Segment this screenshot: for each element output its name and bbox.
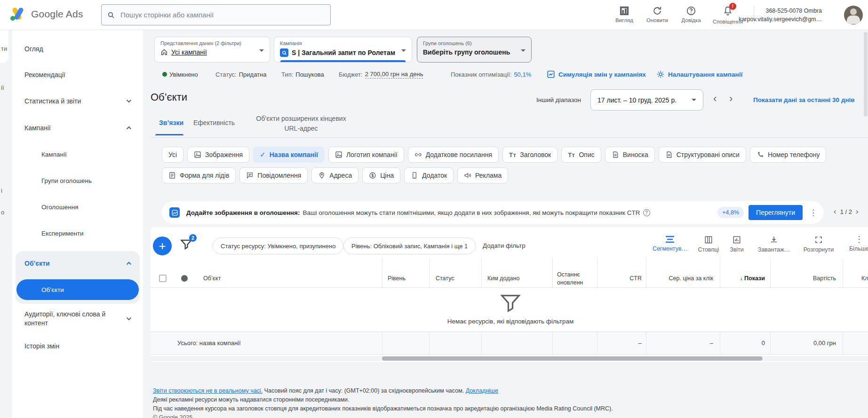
column-header-status[interactable]: Статус	[436, 275, 454, 282]
chip-lead-form[interactable]: Форма для лідів	[162, 167, 236, 183]
avatar[interactable]	[844, 6, 863, 24]
sidebar-item-recommendations[interactable]: Рекомендації	[12, 65, 143, 84]
footer: Звіти створюються не в реальному часі. Ч…	[153, 386, 613, 418]
add-asset-button[interactable]: +	[153, 237, 172, 255]
column-header-impressions[interactable]: ↓ Покази	[720, 275, 765, 282]
more-button[interactable]: ⋮ Більше	[840, 236, 868, 252]
global-search[interactable]	[101, 4, 331, 25]
sidebar-item-insights[interactable]: Статистика й звіти	[12, 92, 143, 110]
column-separator	[382, 332, 382, 354]
chip-description[interactable]: Tт Опис	[561, 147, 601, 163]
sidebar-item-label: Експерименти	[41, 230, 84, 237]
column-header-clicks-clipped[interactable]: Кл	[861, 275, 868, 282]
pagination-next-icon[interactable]: ›	[856, 207, 859, 216]
column-separator	[720, 332, 720, 354]
account-info[interactable]: 368-525-0078 Ombra karpov.vitaliy.sergee…	[739, 7, 822, 24]
chip-business-logo[interactable]: Логотип компанії	[328, 147, 404, 163]
active-scope-underline	[280, 60, 406, 62]
chip-price[interactable]: Ціна	[362, 167, 400, 183]
chip-callout[interactable]: Виноска	[605, 147, 655, 163]
footer-copyright: © Google 2025	[153, 413, 613, 418]
add-filter-button[interactable]: Додати фільтр	[483, 242, 526, 249]
filter-chip-resource-status[interactable]: Статус ресурсу: Увімкнено, призупинено	[213, 237, 343, 254]
chip-phone-number[interactable]: Номер телефону	[750, 147, 827, 163]
pagination-prev-icon[interactable]: ‹	[834, 207, 836, 216]
sidebar-section-campaigns[interactable]: Кампанії	[12, 118, 143, 137]
chip-business-name[interactable]: ✓ Назва компанії	[253, 147, 325, 163]
page-title: Об’єкти	[151, 91, 187, 103]
chip-headline[interactable]: Tт Заголовок	[502, 147, 557, 163]
select-all-checkbox[interactable]	[159, 275, 167, 282]
column-header-last-updated[interactable]: Останнє оновленн	[557, 271, 595, 287]
campaign-enabled-status: Увімкнено	[162, 70, 198, 79]
filter-chip-level[interactable]: Рівень: Обліковий запис, Кампанія і ще 1	[343, 237, 476, 254]
total-label: Усього: назва компанії	[177, 339, 241, 347]
show-last-30-days-link[interactable]: Показати дані за останні 30 днів	[753, 96, 855, 103]
download-button[interactable]: Завантаж…	[755, 236, 793, 253]
banner-view-button[interactable]: Переглянути	[749, 205, 803, 220]
sidebar-item-ad-groups[interactable]: Групи оголошень	[12, 171, 143, 190]
column-header-cost[interactable]: Вартість	[774, 275, 836, 282]
scope-campaign[interactable]: Кампанія S | Загальний запит по Ролетам	[274, 37, 412, 63]
tab-associations[interactable]: Зв’язки	[159, 119, 183, 126]
segment-button[interactable]: Сегментув…	[651, 236, 689, 252]
scope-ad-group[interactable]: Групи оголошень (6) Виберіть групу оголо…	[417, 37, 532, 63]
chip-app[interactable]: Додаток	[404, 167, 454, 183]
date-prev-button[interactable]: ‹	[713, 94, 717, 103]
expand-button[interactable]: Розгорнути	[800, 236, 837, 253]
help-circle-icon[interactable]: ?	[643, 209, 650, 216]
kebab-icon: ⋮	[855, 236, 863, 243]
learn-more-link[interactable]: Докладніше	[466, 387, 498, 394]
help-button[interactable]: Довідка	[676, 6, 707, 23]
scope-data-view[interactable]: Представлення даних (2 фільтри) Усі камп…	[154, 37, 270, 63]
reports-button[interactable]: Звіти	[718, 236, 756, 253]
chip-images[interactable]: Зображення	[187, 147, 249, 163]
sidebar-item-change-history[interactable]: Історія змін	[12, 337, 143, 355]
sidebar-item-overview[interactable]: Огляд	[12, 39, 143, 58]
column-header-level[interactable]: Рівень	[388, 275, 406, 282]
map-pin-icon	[318, 172, 326, 179]
view-button[interactable]: Вигляд	[609, 6, 640, 23]
app-logo[interactable]: Google Ads	[9, 7, 83, 22]
date-range-picker[interactable]: 17 лист. – 10 груд. 2025 р.	[590, 89, 703, 110]
caret-down-icon	[521, 49, 526, 52]
simulate-changes-link[interactable]: Симуляція змін у кампаніях	[547, 70, 646, 79]
chip-all[interactable]: Усі	[162, 147, 183, 163]
vertical-scrollbar-thumb[interactable]	[864, 32, 868, 117]
column-separator	[597, 258, 597, 287]
refresh-button[interactable]: Оновити	[642, 6, 673, 23]
chip-message[interactable]: Повідомлення	[239, 167, 308, 183]
tab-performance[interactable]: Ефективність	[193, 119, 235, 126]
notification-badge: !	[729, 3, 736, 10]
campaign-budget[interactable]: Бюджет: 2 700,00 грн на день	[339, 70, 423, 79]
tab-final-url-assets[interactable]: Об’єкти розширених кінцевих URL-адрес	[252, 114, 350, 134]
scope-label: Кампанія	[280, 40, 406, 47]
home-icon	[160, 48, 168, 56]
column-separator	[481, 258, 482, 287]
campaign-status: Статус: Придатна	[215, 70, 266, 79]
campaign-settings-link[interactable]: Налаштування кампанії	[656, 70, 742, 79]
reports-not-realtime-link[interactable]: Звіти створюються не в реальному часі.	[153, 387, 263, 394]
sidebar-item-experiments[interactable]: Експерименти	[12, 224, 143, 243]
column-header-added-by[interactable]: Ким додано	[487, 275, 519, 282]
sidebar-item-audiences[interactable]: Аудиторії, ключові слова й контент	[12, 307, 143, 331]
chip-location[interactable]: Адреса	[311, 167, 358, 183]
sidebar-item-campaigns[interactable]: Кампанії	[12, 145, 143, 164]
column-separator	[552, 258, 553, 287]
sidebar-item-ads[interactable]: Оголошення	[12, 197, 143, 216]
empty-table-message: Немає ресурсів, які відповідають фільтра…	[367, 318, 654, 325]
search-input[interactable]	[119, 10, 325, 19]
column-header-avg-cpc[interactable]: Сер. ціна за клік	[649, 275, 713, 282]
column-header-asset[interactable]: Об’єкт	[203, 275, 221, 282]
sidebar-section-assets[interactable]: Об’єкти	[12, 254, 143, 273]
banner-kebab-icon[interactable]: ⋮	[809, 208, 817, 218]
chip-sitelink[interactable]: Додаткове посилання	[408, 147, 499, 163]
sidebar-item-assets-selected[interactable]: Об’єкти	[16, 279, 139, 300]
chip-structured-snippets[interactable]: Структуровані описи	[659, 147, 746, 163]
column-header-ctr[interactable]: CTR	[597, 275, 642, 282]
horizontal-scrollbar-thumb[interactable]	[382, 356, 763, 361]
scope-value: Виберіть групу оголошень	[423, 48, 510, 56]
date-next-button[interactable]: ›	[729, 94, 733, 103]
chip-promotion[interactable]: Реклама	[457, 167, 508, 183]
optimization-score: Показник оптимізації: 50,1%	[451, 70, 531, 79]
